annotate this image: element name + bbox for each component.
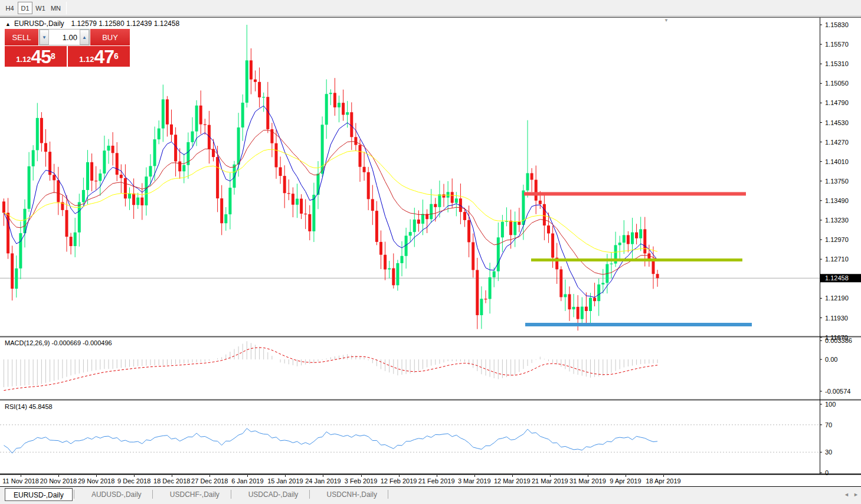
svg-text:-0.00574: -0.00574 bbox=[825, 388, 850, 395]
tab-separator bbox=[231, 490, 231, 499]
date-tick bbox=[361, 475, 362, 477]
date-tick bbox=[588, 475, 588, 477]
date-tick bbox=[399, 475, 400, 477]
buy-price-sup: 6 bbox=[114, 46, 119, 66]
macd-label: MACD(12,26,9) -0.000669 -0.000496 bbox=[5, 339, 112, 346]
date-axis: 11 Nov 201820 Nov 201829 Nov 20189 Dec 2… bbox=[0, 475, 861, 487]
svg-text:1.12970: 1.12970 bbox=[825, 236, 849, 243]
svg-text:1.15570: 1.15570 bbox=[825, 41, 849, 48]
date-tick bbox=[209, 475, 210, 477]
date-label: 12 Mar 2019 bbox=[494, 477, 531, 485]
chart-ohlc-values: 1.12579 1.12580 1.12439 1.12458 bbox=[71, 19, 180, 28]
date-label: 20 Nov 2018 bbox=[40, 477, 77, 485]
svg-text:1.14010: 1.14010 bbox=[825, 158, 849, 165]
buy-button[interactable]: BUY bbox=[90, 29, 130, 45]
tab-separator bbox=[152, 490, 153, 499]
date-label: 29 Nov 2018 bbox=[78, 477, 114, 485]
svg-text:1.13750: 1.13750 bbox=[825, 178, 849, 185]
svg-text:1.14270: 1.14270 bbox=[825, 139, 849, 146]
date-tick bbox=[96, 475, 97, 477]
symbol-tab-usdchf[interactable]: USDCHF-,Daily bbox=[162, 488, 228, 501]
date-label: 21 Mar 2019 bbox=[532, 477, 568, 485]
symbol-tab-bar: EURUSD-,DailyAUDUSD-,DailyUSDCHF-,DailyU… bbox=[0, 487, 861, 504]
date-tick bbox=[437, 475, 437, 477]
date-tick bbox=[626, 475, 626, 477]
date-label: 24 Jan 2019 bbox=[305, 477, 341, 485]
tab-scroll-left-icon[interactable]: ◄ bbox=[844, 492, 849, 498]
volume-input[interactable] bbox=[49, 30, 80, 45]
timeframe-button-mn[interactable]: MN bbox=[48, 2, 63, 14]
svg-text:1.15830: 1.15830 bbox=[825, 21, 849, 28]
volume-decrease-icon[interactable]: ▼ bbox=[40, 30, 49, 45]
date-label: 3 Mar 2019 bbox=[458, 477, 491, 485]
date-tick bbox=[58, 475, 59, 477]
buy-price-prefix: 1.12 bbox=[79, 54, 94, 66]
date-tick bbox=[550, 475, 551, 477]
toolbar-separator bbox=[66, 2, 67, 14]
volume-stepper: ▼ ▲ bbox=[39, 29, 90, 45]
date-tick bbox=[474, 475, 475, 477]
tab-separator bbox=[309, 490, 310, 499]
one-click-trade-panel: SELL ▼ ▲ BUY 1.12 45 8 1.12 47 6 bbox=[5, 29, 130, 67]
date-label: 6 Jan 2019 bbox=[231, 477, 263, 485]
tab-scroll-right-icon[interactable]: ► bbox=[853, 492, 859, 498]
svg-text:0.003386: 0.003386 bbox=[825, 337, 852, 344]
timeframe-button-w1[interactable]: W1 bbox=[33, 2, 48, 14]
collapse-icon[interactable]: ▲ bbox=[5, 21, 11, 27]
volume-increase-icon[interactable]: ▲ bbox=[80, 30, 89, 45]
chart-canvas[interactable]: 1.158301.155701.153101.150501.147901.145… bbox=[0, 17, 861, 475]
buy-quote[interactable]: 1.12 47 6 bbox=[68, 46, 130, 67]
date-label: 31 Mar 2019 bbox=[569, 477, 606, 485]
symbol-tab-usdcnh[interactable]: USDCNH-,Daily bbox=[319, 488, 385, 501]
date-label: 9 Apr 2019 bbox=[610, 477, 641, 485]
buy-price-main: 47 bbox=[94, 48, 114, 66]
svg-text:70: 70 bbox=[825, 421, 832, 428]
date-label: 12 Feb 2019 bbox=[381, 477, 417, 485]
svg-text:100: 100 bbox=[825, 401, 836, 408]
svg-text:1.13230: 1.13230 bbox=[825, 217, 849, 224]
date-tick bbox=[663, 475, 664, 477]
date-tick bbox=[285, 475, 286, 477]
svg-text:1.14790: 1.14790 bbox=[825, 99, 849, 106]
date-tick bbox=[134, 475, 135, 477]
sell-price-main: 45 bbox=[31, 48, 51, 66]
timeframe-button-d1[interactable]: D1 bbox=[18, 2, 32, 14]
timeframe-button-h4[interactable]: H4 bbox=[2, 2, 17, 14]
svg-text:1.14530: 1.14530 bbox=[825, 119, 849, 126]
sell-quote[interactable]: 1.12 45 8 bbox=[5, 46, 67, 67]
date-label: 18 Apr 2019 bbox=[646, 477, 680, 485]
date-tick bbox=[172, 475, 172, 477]
date-tick bbox=[247, 475, 248, 477]
chart-header: ▲EURUSD-,Daily1.12579 1.12580 1.12439 1.… bbox=[5, 19, 179, 28]
sell-price-sup: 8 bbox=[51, 46, 55, 66]
date-label: 9 Dec 2018 bbox=[117, 477, 150, 485]
svg-text:1.12190: 1.12190 bbox=[825, 294, 849, 302]
symbol-tab-audusd[interactable]: AUDUSD-,Daily bbox=[83, 488, 150, 501]
date-label: 15 Jan 2019 bbox=[267, 477, 303, 485]
sell-button[interactable]: SELL bbox=[5, 29, 39, 45]
tab-separator bbox=[74, 490, 74, 499]
chart-shift-icon[interactable]: ▼ bbox=[664, 18, 669, 23]
date-label: 27 Dec 2018 bbox=[191, 477, 228, 485]
svg-text:0.00: 0.00 bbox=[825, 356, 837, 363]
sell-price-prefix: 1.12 bbox=[16, 54, 31, 66]
timeframe-toolbar: H4D1W1MN bbox=[0, 0, 861, 17]
date-label: 3 Feb 2019 bbox=[345, 477, 378, 485]
date-label: 21 Feb 2019 bbox=[418, 477, 455, 485]
tab-separator bbox=[388, 490, 388, 499]
svg-text:1.13490: 1.13490 bbox=[825, 197, 849, 204]
date-label: 11 Nov 2018 bbox=[2, 477, 39, 485]
symbol-tab-usdcad[interactable]: USDCAD-,Daily bbox=[240, 488, 307, 501]
date-tick bbox=[21, 475, 21, 477]
svg-text:1.11930: 1.11930 bbox=[825, 315, 848, 322]
symbol-tab-eurusd[interactable]: EURUSD-,Daily bbox=[5, 488, 73, 501]
svg-text:1.12710: 1.12710 bbox=[825, 256, 849, 263]
date-tick bbox=[512, 475, 513, 477]
svg-text:1.15050: 1.15050 bbox=[825, 80, 849, 87]
date-tick bbox=[323, 475, 323, 477]
date-label: 18 Dec 2018 bbox=[153, 477, 190, 485]
svg-text:30: 30 bbox=[825, 449, 832, 456]
chart-symbol-title: EURUSD-,Daily bbox=[14, 19, 64, 28]
svg-text:0: 0 bbox=[825, 469, 829, 475]
svg-text:1.15310: 1.15310 bbox=[825, 60, 849, 67]
